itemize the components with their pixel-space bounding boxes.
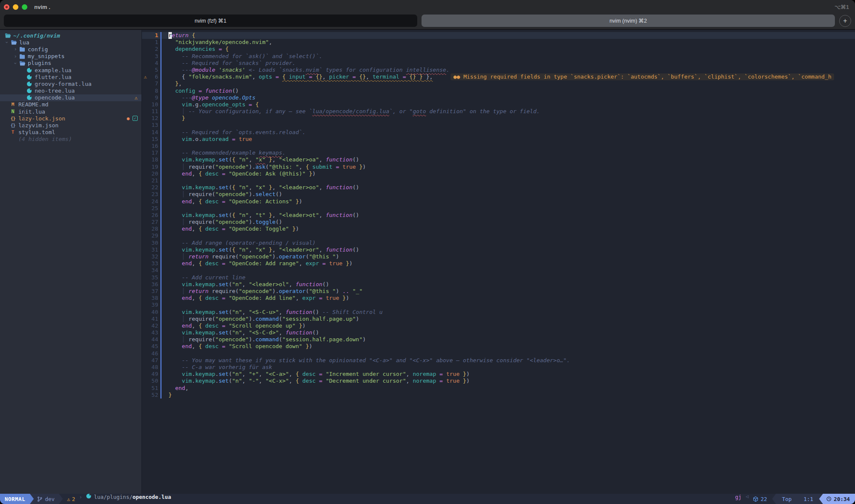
code-line[interactable]: 14 -- Required for `opts.events.reload`. xyxy=(142,129,855,136)
code-line[interactable]: 3 -- Recommended for `ask()` and `select… xyxy=(142,53,855,60)
code-line[interactable]: 50 vim.keymap.set("n", "-", "<C-x>", { d… xyxy=(142,378,855,384)
sign-column xyxy=(142,80,149,87)
tree-item-groovy-format-lua[interactable]: groovy-format.lua xyxy=(0,80,142,87)
triangle-separator-icon: ◁ xyxy=(746,494,749,504)
diagnostics-warning-count[interactable]: ⚠ 2 xyxy=(67,494,75,504)
tree-item--4-hidden-items-[interactable]: (4 hidden items) xyxy=(0,136,142,143)
line-number: 25 xyxy=(149,205,158,212)
code-line[interactable]: 21 xyxy=(142,177,855,184)
code-line[interactable]: 27 │ require("opencode").toggle() xyxy=(142,219,855,226)
code-line[interactable]: 17 -- Recommended/example keymaps. xyxy=(142,149,855,156)
tree-item-readme-md[interactable]: MREADME.md xyxy=(0,101,142,108)
sign-column xyxy=(142,184,149,191)
code-line[interactable]: 48 -- C-a war vorherig für ask xyxy=(142,364,855,371)
code-line[interactable]: 43 vim.keymap.set("n", "<S-C-d>", functi… xyxy=(142,329,855,336)
code-line[interactable]: 1return { xyxy=(142,32,855,39)
tree-item-neo-tree-lua[interactable]: neo-tree.lua xyxy=(0,88,142,94)
code-line[interactable]: 32 │ return require("opencode").operator… xyxy=(142,253,855,260)
sign-column xyxy=(142,357,149,364)
sign-column xyxy=(142,143,149,149)
tree-item-example-lua[interactable]: example.lua xyxy=(0,67,142,73)
code-line[interactable]: 33 end, { desc = "OpenCode: Add range", … xyxy=(142,260,855,267)
code-line[interactable]: 47 -- You may want these if you stick wi… xyxy=(142,357,855,364)
code-line[interactable]: 42 end, { desc = "Scroll opencode up" }) xyxy=(142,322,855,329)
code-line[interactable]: 15 vim.o.autoread = true xyxy=(142,136,855,143)
code-line[interactable]: 23 │ require("opencode").select() xyxy=(142,191,855,198)
code-line[interactable]: 24 end, { desc = "OpenCode: Actions" }) xyxy=(142,198,855,205)
tree-item-config[interactable]: ›config xyxy=(0,46,142,53)
code-line[interactable]: 52} xyxy=(142,392,855,399)
code-line[interactable]: 29 xyxy=(142,232,855,239)
code-line[interactable]: 31 vim.keymap.set({ "n", "x" }, "<leader… xyxy=(142,246,855,253)
code-line[interactable]: 51 end, xyxy=(142,385,855,392)
tree-item-label: ~/.config/nvim xyxy=(13,32,60,39)
tree-item-lazyvim-json[interactable]: {}lazyvim.json xyxy=(0,122,142,129)
code-line[interactable]: 4 -- Required for `snacks` provider. xyxy=(142,60,855,67)
code-line[interactable]: 49 vim.keymap.set("n", "+", "<C-a>", { d… xyxy=(142,371,855,378)
code-line[interactable]: 25 xyxy=(142,205,855,212)
code-line[interactable]: 38 end, { desc = "OpenCode: Add line", e… xyxy=(142,295,855,302)
git-branch-segment[interactable]: dev xyxy=(34,494,59,504)
chevron-down-icon[interactable]: › xyxy=(12,60,19,67)
code-line[interactable]: 5 ---@module 'snacks' <- Loads `snacks.n… xyxy=(142,67,855,73)
tree-item-flutter-lua[interactable]: flutter.lua xyxy=(0,73,142,80)
code-line[interactable]: ⚠6 { "folke/snacks.nvim", opts = { input… xyxy=(142,73,855,80)
tree-item-opencode-lua[interactable]: opencode.lua⚠ xyxy=(0,94,142,101)
line-number: 34 xyxy=(149,267,158,274)
code-line[interactable]: 30 -- Add range (operator-pending / visu… xyxy=(142,240,855,246)
tree-item-my-snippets[interactable]: ›my_snippets xyxy=(0,53,142,60)
code-line[interactable]: 20 end, { desc = "OpenCode: Ask (@this)"… xyxy=(142,170,855,177)
code-line[interactable]: 11 │ -- Your configuration, if any — see… xyxy=(142,108,855,115)
code-line[interactable]: 2 dependencies = { xyxy=(142,46,855,53)
git-staged-check-icon: ✓ xyxy=(133,116,138,121)
chevron-down-icon[interactable]: › xyxy=(3,39,10,46)
new-tab-button[interactable]: + xyxy=(839,15,851,27)
code-line[interactable]: 45 end, { desc = "Scroll opencode down" … xyxy=(142,343,855,350)
tree-item-label: opencode.lua xyxy=(35,94,75,101)
json-file-icon: {} xyxy=(10,123,15,128)
code-line[interactable]: 37 │ return require("opencode").operator… xyxy=(142,288,855,295)
code-line[interactable]: 18 vim.keymap.set({ "n", "x" }, "<leader… xyxy=(142,156,855,163)
chevron-separator-icon: › xyxy=(79,494,83,504)
code-line[interactable]: 34 xyxy=(142,267,855,274)
tab-label: nvim (nvim) ⌘2 xyxy=(610,18,647,24)
code-line[interactable]: 26 vim.keymap.set({ "n", "t" }, "<leader… xyxy=(142,212,855,219)
code-line[interactable]: 40 vim.keymap.set("n", "<S-C-u>", functi… xyxy=(142,309,855,316)
zoom-button[interactable] xyxy=(22,4,27,10)
tree-item--config-nvim[interactable]: ~/.config/nvim xyxy=(0,32,142,39)
tree-item-stylua-toml[interactable]: Tstylua.toml xyxy=(0,129,142,136)
code-line[interactable]: 28 end, { desc = "OpenCode: Toggle" }) xyxy=(142,226,855,232)
tree-item-plugins[interactable]: ›plugins xyxy=(0,60,142,67)
tree-item-init-lua[interactable]: Ninit.lua xyxy=(0,108,142,115)
code-line[interactable]: 16 xyxy=(142,143,855,149)
code-line[interactable]: 7 }, xyxy=(142,80,855,87)
chevron-right-icon[interactable]: › xyxy=(12,53,19,60)
code-line[interactable]: 46 xyxy=(142,350,855,357)
code-line[interactable]: 8 config = function() xyxy=(142,88,855,94)
code-line[interactable]: 12 } xyxy=(142,115,855,122)
tree-item-lazy-lock-json[interactable]: {}lazy-lock.json●✓ xyxy=(0,115,142,122)
line-number: 46 xyxy=(149,350,158,357)
code-line[interactable]: 22 vim.keymap.set({ "n", "x" }, "<leader… xyxy=(142,184,855,191)
code-line[interactable]: 41 │ require("opencode").command("sessio… xyxy=(142,316,855,322)
code-line[interactable]: 36 vim.keymap.set("n", "<leader>ol", fun… xyxy=(142,281,855,288)
code-line[interactable]: 13 xyxy=(142,122,855,129)
code-line[interactable]: 44 │ require("opencode").command("sessio… xyxy=(142,336,855,343)
terminal-window: nvim . ⌥⌘1 nvim (fzf) ⌘1 nvim (nvim) ⌘2 … xyxy=(0,0,855,504)
code-editor[interactable]: 1return {1 "nickjvandyke/opencode.nvim",… xyxy=(142,30,855,494)
tree-item-lua[interactable]: ›lua xyxy=(0,39,142,46)
code-line[interactable]: 10 vim.g.opencode_opts = { xyxy=(142,101,855,108)
code-line[interactable]: 19 │ require("opencode").ask("@this: ", … xyxy=(142,164,855,170)
close-button[interactable] xyxy=(4,4,9,10)
code-line[interactable]: 39 xyxy=(142,302,855,308)
tab-nvim-fzf[interactable]: nvim (fzf) ⌘1 xyxy=(4,15,417,27)
code-text xyxy=(162,205,168,212)
tab-nvim-nvim[interactable]: nvim (nvim) ⌘2 xyxy=(422,15,835,27)
chevron-right-icon[interactable]: › xyxy=(12,46,19,53)
code-line[interactable]: 1 "nickjvandyke/opencode.nvim", xyxy=(142,39,855,46)
code-line[interactable]: 9 ---@type opencode.Opts xyxy=(142,94,855,101)
sign-column xyxy=(142,205,149,212)
minimize-button[interactable] xyxy=(13,4,18,10)
code-text: │ return require("opencode").operator("@… xyxy=(162,288,363,295)
code-line[interactable]: 35 -- Add current line xyxy=(142,274,855,281)
